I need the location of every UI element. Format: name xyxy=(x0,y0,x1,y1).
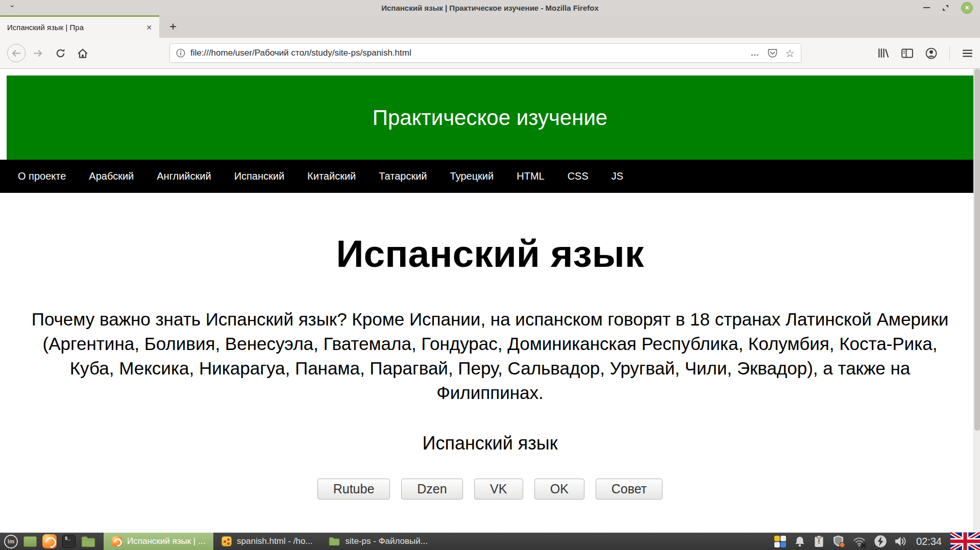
bookmark-star-icon[interactable]: ☆ xyxy=(785,48,795,59)
nav-link-english[interactable]: Английский xyxy=(157,170,211,182)
banner-title: Практическое изучение xyxy=(373,106,607,130)
sovet-button[interactable]: Совет xyxy=(596,479,663,499)
rutube-button[interactable]: Rutube xyxy=(317,479,390,499)
close-icon: ✕ xyxy=(965,5,969,11)
tab-close-icon[interactable]: ✕ xyxy=(144,22,154,33)
site-nav: О проекте Арабский Английский Испанский … xyxy=(0,160,980,193)
nav-link-js[interactable]: JS xyxy=(611,170,623,182)
minimize-icon xyxy=(923,7,930,9)
url-text: file:///home/user/Рабочий стол/study/sit… xyxy=(190,48,750,58)
page-subtitle: Испанский язык xyxy=(0,433,980,454)
mint-logo-icon: lm xyxy=(8,538,14,544)
scrollbar-thumb[interactable] xyxy=(974,69,980,431)
nav-link-turkish[interactable]: Турецкий xyxy=(450,170,494,182)
dzen-button[interactable]: Dzen xyxy=(401,479,462,499)
text-editor-task-icon xyxy=(222,536,232,546)
tab-title: Испанский язык | Пра xyxy=(7,23,144,32)
nav-link-chinese[interactable]: Китайский xyxy=(307,170,356,182)
system-tray: ! 02:34 xyxy=(774,533,980,550)
nav-link-css[interactable]: CSS xyxy=(568,170,589,182)
toolbar-separator xyxy=(949,46,950,60)
reload-icon xyxy=(56,48,65,58)
nav-link-spanish[interactable]: Испанский xyxy=(234,170,284,182)
task-firefox[interactable]: Испанский язык | ... xyxy=(104,533,213,550)
firefox-task-icon xyxy=(112,536,122,546)
window-title: Испанский язык | Практическое изучение -… xyxy=(0,4,980,12)
taskbar: lm $_ Испанский язык | ... spanish.html … xyxy=(0,533,980,550)
maximize-icon xyxy=(942,5,949,11)
folder-task-icon xyxy=(329,537,340,546)
nav-link-arabic[interactable]: Арабский xyxy=(89,170,134,182)
pocket-icon[interactable] xyxy=(767,48,778,59)
updates-grid-icon[interactable] xyxy=(774,535,787,548)
link-buttons-row: Rutube Dzen VK OK Совет xyxy=(0,479,980,499)
navigation-toolbar: file:///home/user/Рабочий стол/study/sit… xyxy=(0,38,980,69)
library-icon[interactable] xyxy=(878,48,889,58)
minimize-button[interactable] xyxy=(923,7,930,9)
firefox-launcher-icon[interactable] xyxy=(42,534,57,548)
back-arrow-icon xyxy=(12,49,21,57)
network-wifi-off-icon[interactable] xyxy=(853,535,867,548)
ok-button[interactable]: OK xyxy=(534,479,584,499)
forward-arrow-icon xyxy=(33,49,42,57)
nav-link-about[interactable]: О проекте xyxy=(18,170,66,182)
files-launcher-icon[interactable] xyxy=(81,536,95,547)
firewall-shield-icon[interactable] xyxy=(832,535,846,548)
account-icon[interactable] xyxy=(925,47,937,59)
reload-button[interactable] xyxy=(51,44,69,62)
vk-button[interactable]: VK xyxy=(474,479,523,499)
tab-strip: Испанский язык | Пра ✕ + xyxy=(0,15,980,38)
page-scrollbar[interactable] xyxy=(973,69,980,533)
clock[interactable]: 02:34 xyxy=(916,536,942,547)
page-banner: Практическое изучение xyxy=(7,76,973,160)
task-file-manager[interactable]: site-ps - Файловый... xyxy=(321,533,436,550)
keyboard-layout-flag-icon[interactable] xyxy=(950,532,980,550)
clipboard-alert-glyph: ! xyxy=(813,538,825,545)
mint-menu-button[interactable]: lm xyxy=(4,535,18,548)
notifications-bell-icon[interactable] xyxy=(794,535,806,548)
nav-link-tatar[interactable]: Татарский xyxy=(379,170,427,182)
volume-icon[interactable] xyxy=(894,535,908,547)
sidebar-icon[interactable] xyxy=(901,48,913,58)
home-icon xyxy=(78,48,88,58)
close-button[interactable]: ✕ xyxy=(961,2,973,14)
titlebar-menu-chevron-icon[interactable]: ⌄ xyxy=(9,1,15,9)
terminal-launcher-icon[interactable]: $_ xyxy=(62,535,76,548)
power-applet-icon[interactable] xyxy=(874,535,887,548)
terminal-prompt-glyph: $_ xyxy=(65,536,70,541)
task-label: Испанский язык | ... xyxy=(127,536,205,546)
url-bar[interactable]: file:///home/user/Рабочий стол/study/sit… xyxy=(169,43,801,63)
nav-link-html[interactable]: HTML xyxy=(517,170,544,182)
tab-spanish[interactable]: Испанский язык | Пра ✕ xyxy=(0,15,159,38)
task-editor[interactable]: spanish.html - /ho... xyxy=(213,533,321,550)
maximize-button[interactable] xyxy=(942,5,949,11)
forward-button[interactable] xyxy=(29,44,47,62)
show-desktop-button[interactable] xyxy=(23,536,37,547)
window-titlebar: ⌄ Испанский язык | Практическое изучение… xyxy=(0,0,980,15)
intro-paragraph: Почему важно знать Испанский язык? Кроме… xyxy=(18,307,962,405)
back-button[interactable] xyxy=(7,44,26,62)
site-info-icon[interactable] xyxy=(176,48,185,58)
reports-clipboard-icon[interactable]: ! xyxy=(813,535,825,548)
new-tab-button[interactable]: + xyxy=(169,20,177,33)
hamburger-menu-icon[interactable] xyxy=(962,49,973,58)
home-button[interactable] xyxy=(74,44,92,62)
browser-viewport: Практическое изучение О проекте Арабский… xyxy=(0,69,980,533)
task-label: site-ps - Файловый... xyxy=(345,536,428,546)
page-actions-icon[interactable]: … xyxy=(750,48,760,58)
task-label: spanish.html - /ho... xyxy=(237,536,312,546)
page-title: Испанский язык xyxy=(0,232,980,276)
